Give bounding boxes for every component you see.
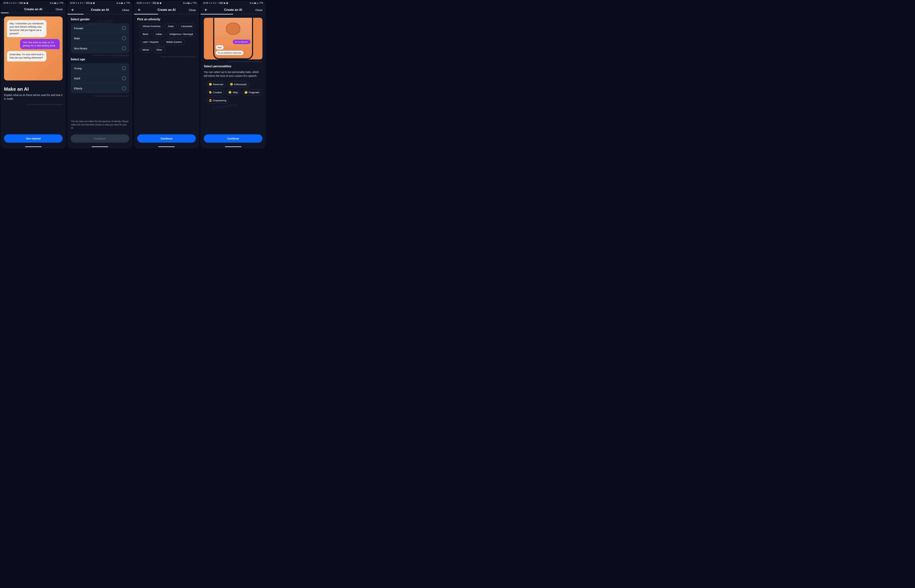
arrow-icon: ▾ — [215, 2, 216, 4]
screen-gender-age: 15:36 ✈ ● ⬇ ▾ ♡ VPN ▦ ⏰ ⁂ ◈ ▮▮ ▲ 77% Cre… — [67, 1, 133, 149]
wifi-icon: ◈ — [52, 2, 53, 4]
status-time: 15:36 — [70, 2, 75, 4]
nfc-icon: ▦ — [91, 2, 92, 4]
age-option-adult[interactable]: Adult — [71, 73, 129, 83]
alarm-icon: ⏰ — [226, 2, 228, 4]
ethnicity-chip[interactable]: Middle Eastern — [164, 39, 185, 45]
radio-circle-icon — [122, 26, 126, 30]
ethnicity-chip[interactable]: Mixed — [140, 47, 152, 53]
arrow-icon: ▾ — [15, 2, 16, 4]
gender-option-male[interactable]: Male — [71, 33, 129, 43]
radio-circle-icon — [122, 66, 126, 70]
page-title: Create an AI — [157, 8, 176, 12]
signal-icon: ▮▮ — [121, 2, 123, 4]
header: Create an AI Close — [1, 5, 66, 13]
nav-bar[interactable] — [1, 146, 66, 147]
close-button[interactable]: Close — [56, 8, 63, 11]
trait-label: Enthusiastic — [234, 83, 247, 86]
back-button[interactable] — [71, 8, 75, 12]
status-bar: 15:36 ✈ ● ⬇ ▾ ♡ VPN ▦ ⏰ ⁂ ◈ ▮▮ ▲ 77% — [201, 1, 266, 5]
trait-label: Creative — [213, 91, 222, 94]
watermark-url: FOLLOW ME ON HTTPS://TWITTER.COM/ALEX193… — [204, 61, 262, 62]
trait-chip-pragmatic[interactable]: 🤔 Pragmatic — [242, 89, 262, 95]
page-title: Create an AI — [91, 8, 109, 12]
ethnicity-chip[interactable]: Latin / Hispanic — [140, 39, 162, 45]
ai-bubble: Hi! I'm Maheen. — [233, 40, 251, 44]
nav-bar[interactable] — [134, 146, 199, 147]
chat-bubble: Yes! She loves to read, so I'm getting h… — [20, 39, 60, 49]
vpn-badge: VPN — [86, 2, 90, 4]
telegram-icon: ✈ — [209, 2, 211, 4]
battery-percent: 77% — [193, 2, 196, 4]
continue-button[interactable]: Continue — [204, 134, 262, 143]
trait-label: Reserved — [213, 83, 223, 86]
watermark-url: FOLLOW ME ON HTTPS://TWITTER.COM/ALEX193… — [4, 104, 63, 105]
ethnicity-chip[interactable]: African American — [140, 23, 163, 29]
telegram-icon: ✈ — [9, 2, 11, 4]
user-bubble: I'm so excited to meet you! — [216, 51, 243, 55]
trait-chip-empowering[interactable]: 😎 Empowering — [206, 97, 228, 103]
bluetooth-icon: ⁂ — [249, 2, 251, 4]
page-title: Create an AI — [24, 8, 42, 11]
age-radio-group: Young Adult Elderly — [71, 63, 129, 93]
notification-icon: ● — [78, 2, 79, 4]
screen-intro: 15:36 ✈ ● ⬇ ▾ ♡ VPN ▦ ⏰ ⁂ ◈ ▮▮ ▲ 77% Cre… — [1, 1, 66, 149]
download-icon: ⬇ — [13, 2, 15, 4]
gender-option-female[interactable]: Female — [71, 23, 129, 33]
gender-radio-group: Female Male Non-binary — [71, 23, 129, 53]
gender-option-nonbinary[interactable]: Non-binary — [71, 43, 129, 53]
bluetooth-icon: ⁂ — [183, 2, 185, 4]
chat-bubble: Great idea. I'm sure she'll love it. How… — [7, 51, 47, 61]
trait-chip-enthusiastic[interactable]: 😄 Enthusiastic — [227, 81, 249, 87]
emoji-icon: 😎 — [209, 99, 212, 102]
get-started-button[interactable]: Get started — [4, 134, 63, 143]
header: Create an AI Close — [134, 5, 199, 14]
notification-icon: ● — [144, 2, 146, 4]
ethnicity-chip[interactable]: Caucasian — [178, 23, 195, 29]
ethnicity-chip[interactable]: Indigenous / Aboringal — [167, 31, 196, 37]
radio-label: Adult — [74, 77, 80, 80]
nfc-icon: ▦ — [157, 2, 159, 4]
continue-button[interactable]: Continue — [137, 134, 196, 143]
alarm-icon: ⏰ — [159, 2, 162, 4]
status-bar: 15:36 ✈ ● ⬇ ▾ ♡ VPN ▦ ⏰ ⁂ ◈ ▮▮ ▲ 77% — [1, 1, 66, 5]
back-button[interactable] — [137, 8, 142, 12]
trait-chip-reserved[interactable]: 🙂 Reserved — [206, 81, 226, 87]
heart-icon: ♡ — [150, 2, 152, 4]
ethnicity-chip[interactable]: Indian — [153, 31, 165, 37]
page-title: Create an AI — [224, 8, 242, 12]
ethnicity-chip[interactable]: Other — [154, 47, 165, 53]
gender-section-title: Select gender — [71, 18, 129, 21]
section-headline: Make an AI — [4, 86, 63, 92]
radio-circle-icon — [122, 86, 126, 90]
nav-bar[interactable] — [67, 146, 133, 147]
arrow-icon: ▾ — [149, 2, 149, 4]
age-option-young[interactable]: Young — [71, 63, 129, 73]
radio-circle-icon — [122, 76, 126, 80]
radio-label: Elderly — [74, 87, 83, 90]
signal-icon: ▮▮ — [254, 2, 256, 4]
pumpkin-illustration — [227, 23, 240, 34]
trait-chip-witty[interactable]: 😉 Witty — [226, 89, 240, 95]
ethnicity-chip[interactable]: Asian — [165, 23, 177, 29]
close-button[interactable]: Close — [256, 8, 262, 11]
status-time: 15:36 — [136, 2, 142, 4]
trait-chip-creative[interactable]: 🎨 Creative — [206, 89, 224, 95]
battery-percent: 77% — [59, 2, 63, 4]
heart-icon: ♡ — [84, 2, 85, 4]
continue-button[interactable]: Continue — [71, 134, 129, 143]
close-button[interactable]: Close — [122, 8, 129, 11]
bluetooth-icon: ⁂ — [50, 2, 52, 4]
signal-icon: ▮▮ — [187, 2, 189, 4]
close-button[interactable]: Close — [189, 8, 196, 11]
phone-frame: Hi! I'm Maheen. Hey! I'm so excited to m… — [213, 18, 253, 60]
battery-icon: ▲ — [190, 2, 192, 4]
back-button[interactable] — [204, 8, 208, 12]
age-section-title: Select age — [71, 58, 129, 61]
battery-icon: ▲ — [123, 2, 125, 4]
age-option-elderly[interactable]: Elderly — [71, 83, 129, 93]
nav-bar[interactable] — [201, 146, 266, 147]
download-icon: ⬇ — [213, 2, 214, 4]
ethnicity-chip[interactable]: Black — [140, 31, 151, 37]
chat-preview-card: Hey, I remember you mentioned your best … — [4, 16, 63, 81]
